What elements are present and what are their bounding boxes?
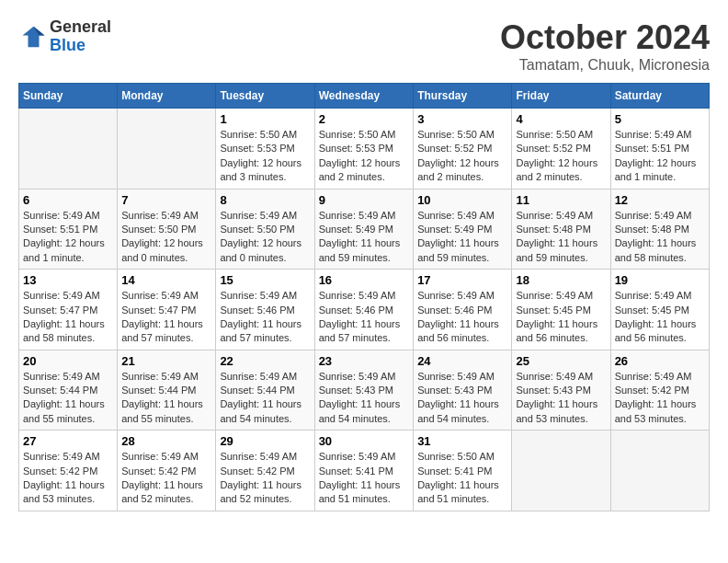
day-info: Sunrise: 5:49 AM Sunset: 5:42 PM Dayligh… [615,370,705,427]
calendar-cell: 15Sunrise: 5:49 AM Sunset: 5:46 PM Dayli… [216,270,314,350]
day-number: 23 [319,354,410,368]
calendar-cell: 27Sunrise: 5:49 AM Sunset: 5:42 PM Dayli… [19,431,118,511]
day-info: Sunrise: 5:49 AM Sunset: 5:45 PM Dayligh… [615,289,705,346]
day-number: 26 [615,354,705,368]
calendar-cell: 31Sunrise: 5:50 AM Sunset: 5:41 PM Dayli… [414,431,512,511]
calendar-cell: 30Sunrise: 5:49 AM Sunset: 5:41 PM Dayli… [314,431,414,511]
day-number: 21 [121,354,211,368]
calendar-cell: 19Sunrise: 5:49 AM Sunset: 5:45 PM Dayli… [610,270,709,350]
day-number: 27 [23,434,113,448]
day-info: Sunrise: 5:49 AM Sunset: 5:41 PM Dayligh… [319,450,410,507]
calendar-table: SundayMondayTuesdayWednesdayThursdayFrid… [18,83,710,511]
day-info: Sunrise: 5:49 AM Sunset: 5:42 PM Dayligh… [121,450,211,507]
day-number: 2 [319,112,410,126]
calendar-cell: 25Sunrise: 5:49 AM Sunset: 5:43 PM Dayli… [512,350,610,431]
day-info: Sunrise: 5:49 AM Sunset: 5:44 PM Dayligh… [23,370,113,427]
day-info: Sunrise: 5:50 AM Sunset: 5:53 PM Dayligh… [319,128,410,185]
day-info: Sunrise: 5:50 AM Sunset: 5:52 PM Dayligh… [516,128,606,185]
calendar-cell: 18Sunrise: 5:49 AM Sunset: 5:45 PM Dayli… [512,270,610,350]
calendar-week-row: 27Sunrise: 5:49 AM Sunset: 5:42 PM Dayli… [19,431,710,511]
day-info: Sunrise: 5:49 AM Sunset: 5:46 PM Dayligh… [417,289,507,346]
day-info: Sunrise: 5:50 AM Sunset: 5:52 PM Dayligh… [417,128,507,185]
calendar-week-row: 6Sunrise: 5:49 AM Sunset: 5:51 PM Daylig… [19,189,710,270]
calendar-cell: 24Sunrise: 5:49 AM Sunset: 5:43 PM Dayli… [414,350,512,431]
weekday-header: Wednesday [314,84,414,109]
calendar-cell: 11Sunrise: 5:49 AM Sunset: 5:48 PM Dayli… [512,189,610,270]
day-number: 30 [319,434,410,448]
day-number: 1 [220,112,310,126]
weekday-header: Sunday [19,84,118,109]
calendar-week-row: 20Sunrise: 5:49 AM Sunset: 5:44 PM Dayli… [19,350,710,431]
calendar-cell: 3Sunrise: 5:50 AM Sunset: 5:52 PM Daylig… [414,109,512,190]
calendar-cell [512,431,610,511]
calendar-cell: 13Sunrise: 5:49 AM Sunset: 5:47 PM Dayli… [19,270,118,350]
day-number: 19 [615,273,705,287]
day-number: 4 [516,112,606,126]
day-info: Sunrise: 5:49 AM Sunset: 5:45 PM Dayligh… [516,289,606,346]
calendar-week-row: 13Sunrise: 5:49 AM Sunset: 5:47 PM Dayli… [19,270,710,350]
calendar-cell: 22Sunrise: 5:49 AM Sunset: 5:44 PM Dayli… [216,350,314,431]
calendar-week-row: 1Sunrise: 5:50 AM Sunset: 5:53 PM Daylig… [19,109,710,190]
calendar-cell: 29Sunrise: 5:49 AM Sunset: 5:42 PM Dayli… [216,431,314,511]
day-info: Sunrise: 5:50 AM Sunset: 5:41 PM Dayligh… [417,450,507,507]
calendar-cell: 2Sunrise: 5:50 AM Sunset: 5:53 PM Daylig… [314,109,414,190]
day-number: 10 [417,193,507,207]
calendar-cell: 9Sunrise: 5:49 AM Sunset: 5:49 PM Daylig… [314,189,414,270]
day-info: Sunrise: 5:49 AM Sunset: 5:48 PM Dayligh… [516,209,606,266]
calendar-cell: 12Sunrise: 5:49 AM Sunset: 5:48 PM Dayli… [610,189,709,270]
day-number: 24 [417,354,507,368]
calendar-cell: 26Sunrise: 5:49 AM Sunset: 5:42 PM Dayli… [610,350,709,431]
calendar-cell: 4Sunrise: 5:50 AM Sunset: 5:52 PM Daylig… [512,109,610,190]
calendar-cell: 1Sunrise: 5:50 AM Sunset: 5:53 PM Daylig… [216,109,314,190]
calendar-cell: 16Sunrise: 5:49 AM Sunset: 5:46 PM Dayli… [314,270,414,350]
day-number: 9 [319,193,410,207]
day-number: 6 [23,193,113,207]
day-number: 7 [121,193,211,207]
day-info: Sunrise: 5:49 AM Sunset: 5:44 PM Dayligh… [220,370,310,427]
calendar-cell: 23Sunrise: 5:49 AM Sunset: 5:43 PM Dayli… [314,350,414,431]
day-number: 8 [220,193,310,207]
day-number: 3 [417,112,507,126]
day-info: Sunrise: 5:49 AM Sunset: 5:43 PM Dayligh… [417,370,507,427]
day-info: Sunrise: 5:49 AM Sunset: 5:42 PM Dayligh… [220,450,310,507]
day-number: 25 [516,354,606,368]
day-info: Sunrise: 5:49 AM Sunset: 5:51 PM Dayligh… [615,128,705,185]
day-info: Sunrise: 5:49 AM Sunset: 5:51 PM Dayligh… [23,209,113,266]
calendar-cell [118,109,216,190]
day-info: Sunrise: 5:49 AM Sunset: 5:44 PM Dayligh… [121,370,211,427]
day-number: 15 [220,273,310,287]
day-info: Sunrise: 5:49 AM Sunset: 5:42 PM Dayligh… [23,450,113,507]
day-number: 18 [516,273,606,287]
calendar-header-row: SundayMondayTuesdayWednesdayThursdayFrid… [19,84,710,109]
day-number: 22 [220,354,310,368]
weekday-header: Saturday [610,84,709,109]
svg-marker-0 [23,27,45,48]
day-info: Sunrise: 5:50 AM Sunset: 5:53 PM Dayligh… [220,128,310,185]
day-info: Sunrise: 5:49 AM Sunset: 5:48 PM Dayligh… [615,209,705,266]
day-info: Sunrise: 5:49 AM Sunset: 5:50 PM Dayligh… [121,209,211,266]
logo-text: General Blue [50,18,111,55]
day-info: Sunrise: 5:49 AM Sunset: 5:43 PM Dayligh… [319,370,410,427]
day-info: Sunrise: 5:49 AM Sunset: 5:47 PM Dayligh… [23,289,113,346]
calendar-cell: 17Sunrise: 5:49 AM Sunset: 5:46 PM Dayli… [414,270,512,350]
day-number: 17 [417,273,507,287]
calendar-cell: 14Sunrise: 5:49 AM Sunset: 5:47 PM Dayli… [118,270,216,350]
calendar-cell: 21Sunrise: 5:49 AM Sunset: 5:44 PM Dayli… [118,350,216,431]
day-info: Sunrise: 5:49 AM Sunset: 5:49 PM Dayligh… [319,209,410,266]
day-number: 31 [417,434,507,448]
weekday-header: Thursday [414,84,512,109]
calendar-cell: 5Sunrise: 5:49 AM Sunset: 5:51 PM Daylig… [610,109,709,190]
weekday-header: Friday [512,84,610,109]
day-info: Sunrise: 5:49 AM Sunset: 5:46 PM Dayligh… [319,289,410,346]
calendar-cell: 7Sunrise: 5:49 AM Sunset: 5:50 PM Daylig… [118,189,216,270]
calendar-cell: 8Sunrise: 5:49 AM Sunset: 5:50 PM Daylig… [216,189,314,270]
day-info: Sunrise: 5:49 AM Sunset: 5:46 PM Dayligh… [220,289,310,346]
day-info: Sunrise: 5:49 AM Sunset: 5:50 PM Dayligh… [220,209,310,266]
day-number: 12 [615,193,705,207]
day-number: 29 [220,434,310,448]
day-number: 14 [121,273,211,287]
calendar-subtitle: Tamatam, Chuuk, Micronesia [500,57,710,74]
calendar-cell: 20Sunrise: 5:49 AM Sunset: 5:44 PM Dayli… [19,350,118,431]
calendar-title: October 2024 [500,18,710,57]
day-number: 16 [319,273,410,287]
